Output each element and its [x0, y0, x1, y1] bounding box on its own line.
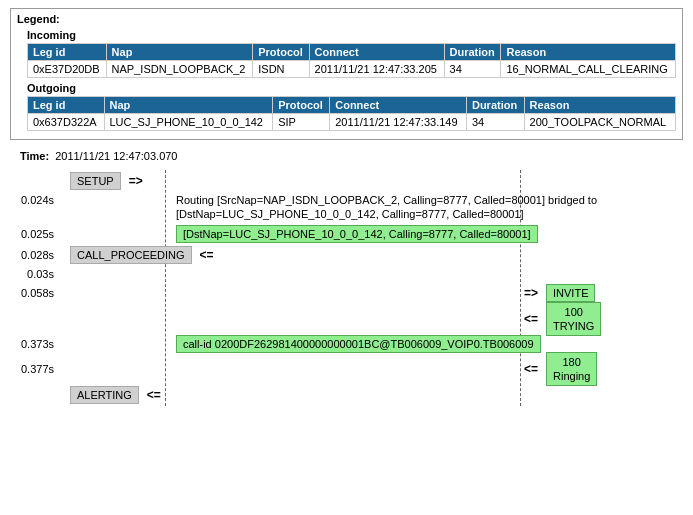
- col-duration-out: Duration: [466, 97, 524, 114]
- row-dst: 0.025s [DstNap=LUC_SJ_PHONE_10_0_0_142, …: [10, 224, 683, 244]
- col-reason-in: Reason: [501, 44, 676, 61]
- col-connect-out: Connect: [330, 97, 467, 114]
- table-row: 0x637D322ALUC_SJ_PHONE_10_0_0_142SIP2011…: [28, 114, 676, 131]
- setup-arrow: =>: [129, 174, 143, 188]
- col-duration-in: Duration: [444, 44, 501, 61]
- alerting-label: ALERTING: [70, 386, 139, 404]
- trying-label: 100TRYING: [546, 302, 601, 337]
- dst-content: [DstNap=LUC_SJ_PHONE_10_0_0_142, Calling…: [58, 224, 683, 244]
- offset-callproc: 0.028s: [10, 249, 58, 261]
- invite-label: INVITE: [546, 284, 595, 302]
- col-reason-out: Reason: [524, 97, 675, 114]
- callproc-label: CALL_PROCEEDING: [70, 246, 192, 264]
- routing-content: Routing [SrcNap=NAP_ISDN_LOOPBACK_2, Cal…: [58, 192, 683, 224]
- row-180: 0.377s <= 180Ringing: [10, 354, 683, 384]
- trying-content: <= 100TRYING: [58, 304, 683, 334]
- alerting-arrow: <=: [147, 388, 161, 402]
- dst-msg: [DstNap=LUC_SJ_PHONE_10_0_0_142, Calling…: [176, 225, 538, 243]
- incoming-label: Incoming: [27, 29, 676, 41]
- legend-section: Legend: Incoming Leg id Nap Protocol Con…: [0, 8, 693, 140]
- incoming-table: Leg id Nap Protocol Connect Duration Rea…: [27, 43, 676, 78]
- table-row: 0xE37D20DBNAP_ISDN_LOOPBACK_2ISDN2011/11…: [28, 61, 676, 78]
- offset-03s: 0.03s: [10, 268, 58, 280]
- setup-label: SETUP: [70, 172, 121, 190]
- callid-text: call-id 0200DF262981400000000001BC@TB006…: [176, 335, 541, 353]
- ring-arrow: <=: [524, 362, 538, 376]
- invite-content: => INVITE: [58, 282, 683, 304]
- row-alerting: ALERTING <=: [10, 384, 683, 406]
- offset-dst: 0.025s: [10, 228, 58, 240]
- outgoing-table: Leg id Nap Protocol Connect Duration Rea…: [27, 96, 676, 131]
- row-trying: <= 100TRYING: [10, 304, 683, 334]
- ring-label: 180Ringing: [546, 352, 597, 387]
- offset-callid: 0.373s: [10, 338, 58, 350]
- col-protocol-in: Protocol: [253, 44, 309, 61]
- timeline-body: SETUP => 0.024s Routing [SrcNap=NAP_ISDN…: [10, 170, 683, 406]
- row-callproc: 0.028s CALL_PROCEEDING <=: [10, 244, 683, 266]
- row-setup: SETUP =>: [10, 170, 683, 192]
- callproc-arrow: <=: [200, 248, 214, 262]
- legend-title: Legend:: [17, 13, 676, 25]
- time-header: Time: 2011/11/21 12:47:03.070: [20, 150, 683, 162]
- ring-content: <= 180Ringing: [58, 354, 683, 384]
- col-legid-in: Leg id: [28, 44, 107, 61]
- offset-invite: 0.058s: [10, 287, 58, 299]
- timeline-section: Time: 2011/11/21 12:47:03.070 SETUP => 0…: [0, 150, 693, 406]
- col-nap-in: Nap: [106, 44, 253, 61]
- col-nap-out: Nap: [104, 97, 273, 114]
- alerting-content: ALERTING <=: [58, 384, 683, 406]
- invite-arrow: =>: [524, 286, 538, 300]
- time-value: 2011/11/21 12:47:03.070: [55, 150, 177, 162]
- callproc-content: CALL_PROCEEDING <=: [58, 244, 683, 266]
- time-key: Time:: [20, 150, 49, 162]
- offset-routing: 0.024s: [10, 192, 58, 206]
- setup-content: SETUP =>: [58, 170, 683, 192]
- trying-arrow: <=: [524, 312, 538, 326]
- col-protocol-out: Protocol: [273, 97, 330, 114]
- offset-180: 0.377s: [10, 363, 58, 375]
- col-connect-in: Connect: [309, 44, 444, 61]
- row-03s: 0.03s: [10, 266, 683, 282]
- col-legid-out: Leg id: [28, 97, 105, 114]
- row-routing: 0.024s Routing [SrcNap=NAP_ISDN_LOOPBACK…: [10, 192, 683, 224]
- outgoing-label: Outgoing: [27, 82, 676, 94]
- routing-text: Routing [SrcNap=NAP_ISDN_LOOPBACK_2, Cal…: [176, 193, 597, 222]
- row-invite: 0.058s => INVITE: [10, 282, 683, 304]
